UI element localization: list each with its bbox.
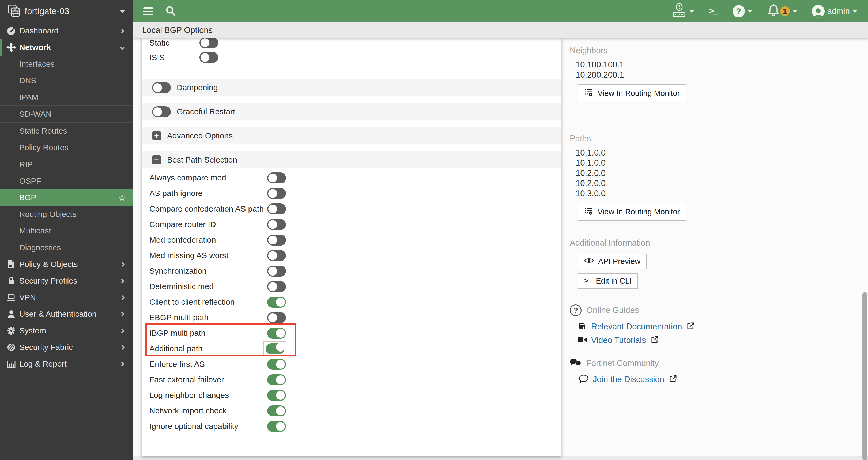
always-compare-med-toggle[interactable] bbox=[267, 173, 286, 183]
dampening-toggle[interactable] bbox=[152, 82, 171, 93]
search-icon[interactable] bbox=[164, 5, 178, 18]
path-prefix: 10.2.0.0 bbox=[576, 168, 868, 178]
edit-in-cli-button[interactable]: >_ Edit in CLI bbox=[578, 273, 638, 289]
breadcrumb-bar: Local BGP Options bbox=[133, 23, 868, 38]
join-discussion-row: Join the Discussion bbox=[579, 375, 868, 384]
cli-icon: >_ bbox=[709, 6, 718, 16]
cli-console-button[interactable]: >_ bbox=[709, 6, 718, 16]
book-icon bbox=[578, 321, 587, 332]
relevant-documentation-row: Relevant Documentation bbox=[578, 321, 868, 332]
sidebar-item-routing-objects[interactable]: Routing Objects bbox=[0, 206, 133, 222]
expand-plus-icon[interactable]: + bbox=[152, 131, 161, 140]
section-graceful-restart[interactable]: Graceful Restart bbox=[142, 103, 561, 120]
device-status-menu[interactable] bbox=[671, 3, 694, 20]
eye-icon bbox=[584, 257, 594, 266]
video-tutorials-link[interactable]: Video Tutorials bbox=[591, 336, 646, 345]
device-selector[interactable]: fortigate-03 bbox=[0, 0, 133, 23]
sidebar-item-policy-routes[interactable]: Policy Routes bbox=[0, 139, 133, 156]
view-in-routing-monitor-button[interactable]: View In Routing Monitor bbox=[578, 203, 686, 221]
sidebar-item-user-authentication[interactable]: User & Authentication bbox=[0, 306, 133, 323]
help-menu[interactable]: ? bbox=[733, 5, 752, 18]
sidebar-item-dns[interactable]: DNS bbox=[0, 72, 133, 89]
topbar: >_ ? 1 admin bbox=[133, 0, 868, 23]
page-background bbox=[133, 456, 868, 460]
sidebar-item-static-routes[interactable]: Static Routes bbox=[0, 123, 133, 139]
sidebar-item-security-profiles[interactable]: Security Profiles bbox=[0, 273, 133, 289]
sidebar-item-rip[interactable]: RIP bbox=[0, 156, 133, 173]
additional-path-toggle[interactable] bbox=[266, 343, 284, 354]
user-icon bbox=[6, 309, 17, 319]
med-confederation-toggle[interactable] bbox=[267, 235, 286, 246]
network-move-icon bbox=[6, 42, 17, 53]
isis-toggle[interactable] bbox=[199, 52, 218, 63]
setting-row: Compare confederation AS path bbox=[142, 201, 561, 217]
setting-row: Med confederation bbox=[142, 232, 561, 248]
api-preview-button[interactable]: API Preview bbox=[578, 253, 647, 269]
path-prefix: 10.2.0.0 bbox=[576, 178, 868, 188]
relevant-documentation-link[interactable]: Relevant Documentation bbox=[591, 322, 682, 332]
fortigate-logo-icon bbox=[7, 4, 21, 19]
user-menu[interactable]: admin bbox=[812, 5, 857, 18]
sidebar-item-bgp[interactable]: BGP ☆ bbox=[0, 189, 133, 206]
sidebar-item-label: Network bbox=[19, 43, 121, 52]
dashboard-icon bbox=[6, 25, 17, 36]
static-toggle[interactable] bbox=[199, 38, 218, 48]
join-discussion-link[interactable]: Join the Discussion bbox=[593, 375, 664, 384]
section-advanced-options[interactable]: + Advanced Options bbox=[142, 127, 561, 144]
cli-icon: >_ bbox=[584, 277, 591, 285]
section-best-path-selection[interactable]: − Best Path Selection bbox=[142, 151, 561, 168]
chevron-right-icon bbox=[120, 28, 124, 33]
external-link-icon bbox=[686, 322, 695, 332]
bar-chart-icon bbox=[6, 359, 17, 369]
sidebar-item-vpn[interactable]: VPN bbox=[0, 289, 133, 306]
ebgp-multi-path-toggle[interactable] bbox=[267, 312, 286, 323]
sidebar-item-log-report[interactable]: Log & Report bbox=[0, 356, 133, 372]
sidebar-item-system[interactable]: System bbox=[0, 323, 133, 339]
sidebar-item-security-fabric[interactable]: Security Fabric bbox=[0, 339, 133, 356]
sidebar-item-interfaces[interactable]: Interfaces bbox=[0, 56, 133, 72]
speech-bubble-icon bbox=[579, 375, 588, 384]
view-in-routing-monitor-button[interactable]: View In Routing Monitor bbox=[578, 84, 686, 102]
caret-down-icon bbox=[689, 10, 694, 13]
security-fabric-icon bbox=[6, 342, 17, 352]
sidebar-item-sd-wan[interactable]: SD-WAN bbox=[0, 106, 133, 122]
sidebar-item-network[interactable]: Network bbox=[0, 39, 133, 56]
routing-monitor-icon bbox=[584, 207, 593, 217]
as-path-ignore-toggle[interactable] bbox=[267, 188, 286, 199]
compare-confederation-as-path-toggle[interactable] bbox=[267, 204, 286, 214]
online-guides-header: ? Online Guides bbox=[570, 304, 868, 316]
log-neighbor-changes-toggle[interactable] bbox=[267, 390, 286, 401]
sidebar-item-multicast[interactable]: Multicast bbox=[0, 222, 133, 239]
ibgp-multi-path-toggle[interactable] bbox=[267, 328, 286, 339]
routing-monitor-icon bbox=[584, 88, 593, 99]
notifications-menu[interactable]: 1 bbox=[767, 4, 797, 19]
hamburger-menu-icon[interactable] bbox=[143, 7, 153, 15]
med-missing-as-worst-toggle[interactable] bbox=[267, 250, 286, 261]
client-to-client-reflection-toggle[interactable] bbox=[267, 297, 286, 308]
setting-row: EBGP multi path bbox=[142, 310, 561, 325]
sidebar-item-diagnostics[interactable]: Diagnostics bbox=[0, 239, 133, 256]
sidebar-item-policy-objects[interactable]: Policy & Objects bbox=[0, 256, 133, 273]
sidebar-item-dashboard[interactable]: Dashboard bbox=[0, 23, 133, 39]
network-import-check-toggle[interactable] bbox=[267, 405, 286, 416]
fast-external-failover-toggle[interactable] bbox=[267, 374, 286, 385]
deterministic-med-toggle[interactable] bbox=[267, 281, 286, 292]
compare-router-id-toggle[interactable] bbox=[267, 219, 286, 230]
section-dampening[interactable]: Dampening bbox=[142, 79, 561, 96]
appliance-alert-icon bbox=[671, 3, 687, 20]
favorite-star-icon[interactable]: ☆ bbox=[118, 192, 126, 203]
graceful-restart-toggle[interactable] bbox=[152, 106, 171, 117]
sidebar-item-ospf[interactable]: OSPF bbox=[0, 173, 133, 189]
chevron-right-icon bbox=[120, 362, 124, 366]
sidebar-item-ipam[interactable]: IPAM bbox=[0, 89, 133, 105]
ignore-optional-capability-toggle[interactable] bbox=[267, 421, 286, 432]
setting-row: Ignore optional capability bbox=[142, 419, 561, 434]
setting-row: Enforce first AS bbox=[142, 357, 561, 372]
chat-bubbles-icon bbox=[570, 358, 582, 369]
setting-row: Synchronization bbox=[142, 263, 561, 279]
synchronization-toggle[interactable] bbox=[267, 266, 286, 277]
page-scrollbar-thumb[interactable] bbox=[862, 292, 867, 460]
enforce-first-as-toggle[interactable] bbox=[267, 359, 286, 370]
setting-row: IBGP multi path bbox=[142, 325, 561, 341]
collapse-minus-icon[interactable]: − bbox=[152, 155, 161, 164]
